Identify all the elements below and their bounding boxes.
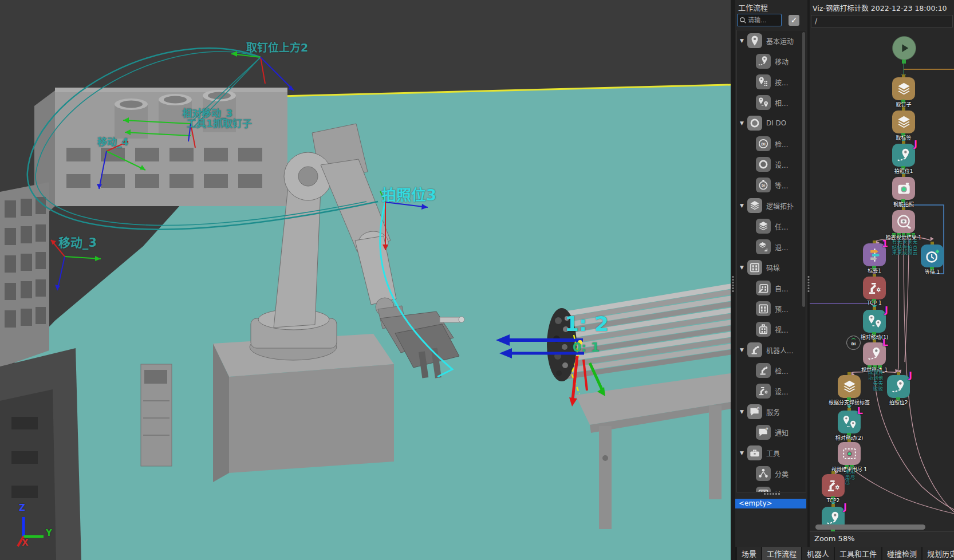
in-port[interactable] (847, 372, 851, 375)
out-port[interactable] (831, 496, 835, 500)
node-xiangduiyidong-1[interactable]: J相对移动(1) (863, 310, 886, 333)
tree-item-20-toolbox[interactable]: ▼工具 (737, 443, 806, 463)
axis-y-label[interactable]: Y (46, 529, 52, 538)
in-port[interactable] (873, 240, 876, 243)
tree-item-4-ring[interactable]: ▼DI DO (737, 113, 806, 133)
node-genju-fenzhi-hanjie-biaoqian[interactable]: 根据分支焊接标签 (838, 375, 861, 398)
in-port[interactable] (897, 372, 900, 375)
out-ports[interactable] (892, 233, 915, 237)
in-port[interactable] (831, 504, 835, 507)
node-xiangduiyidong-2[interactable]: L相对移动(2) (838, 411, 861, 433)
waypoint-paizhaowei3[interactable]: 拍照位3 (381, 188, 436, 203)
tab-2[interactable]: 机器人 (802, 547, 834, 560)
tree-item-15-robot[interactable]: ▼机器人... (737, 340, 806, 360)
tree-item-0-pin[interactable]: ▼基本运动 (737, 30, 806, 51)
in-port[interactable] (902, 74, 905, 77)
tree-item-1-pin-route[interactable]: 移动 (737, 51, 806, 72)
waypoint-yidong-4[interactable]: 移动_4 (97, 137, 128, 147)
node-jiancha-shijue-jieguo-1[interactable]: 检查视觉结果 1 (892, 210, 915, 233)
tree-item-10-layers-exit[interactable]: 退... (737, 236, 806, 257)
tree-item-8-layers[interactable]: ▼逻辑拓扑 (737, 195, 806, 216)
tab-0[interactable]: 场景 (737, 547, 761, 560)
count-ratio-label[interactable]: 1: 2 (565, 314, 609, 334)
node-paizhaowei1[interactable]: J拍照位1 (892, 144, 915, 167)
in-port[interactable] (902, 174, 905, 177)
breadcrumb[interactable]: / (811, 15, 953, 27)
selected-empty-item[interactable]: <empty> (735, 499, 806, 508)
waypoint-qudingwei-shangfang2[interactable]: 取钉位上方2 (246, 42, 308, 53)
node-biaoqian1[interactable]: 1标签1 (863, 243, 886, 266)
tab-5[interactable]: 规划历史 (923, 547, 954, 560)
collapse-triangle-icon[interactable]: ▼ (740, 265, 746, 270)
in-port[interactable] (902, 207, 905, 210)
out-port[interactable] (902, 60, 906, 64)
out-port[interactable] (872, 266, 876, 270)
out-ports[interactable] (838, 465, 861, 469)
workflow-graph-panel[interactable]: Viz-钢筋打标计数 2022-12-23 18:00:10 / (810, 0, 954, 547)
tree-resize-grip[interactable] (764, 493, 780, 495)
tree-item-3-pin-pair[interactable]: 相... (737, 92, 806, 113)
in-port[interactable] (902, 141, 905, 144)
tree-item-2-pin-grid[interactable]: 按... (737, 72, 806, 92)
node-shijue-jieguo-yongjin-1[interactable]: 视觉结果用尽 1 (838, 442, 861, 465)
waypoint-yidong-3[interactable]: 移动_3 (58, 237, 97, 249)
tab-1[interactable]: 工作流程 (762, 547, 801, 560)
out-ports[interactable] (863, 365, 886, 369)
in-port[interactable] (847, 408, 851, 411)
out-port[interactable] (847, 433, 851, 437)
out-port[interactable] (872, 299, 876, 303)
collapse-triangle-icon[interactable]: ▼ (740, 450, 746, 456)
tree-item-11-pallet[interactable]: ▼码垛 (737, 257, 806, 278)
in-port[interactable] (902, 108, 905, 111)
node-tcp-1[interactable]: TCP 1 (863, 277, 886, 299)
in-port[interactable] (873, 274, 876, 277)
tree-item-6-ring[interactable]: 设... (737, 154, 806, 175)
out-port[interactable] (901, 133, 905, 137)
node-paizhaowei2[interactable]: J拍照位2 (887, 375, 910, 398)
tab-3[interactable]: 工具和工件 (835, 547, 881, 560)
node-qubiaoqian[interactable]: 取标签 (892, 111, 915, 133)
tree-item-7-timer[interactable]: 等... (737, 175, 806, 195)
node-dengdai-1[interactable]: 等待 1 (921, 244, 944, 267)
axis-x-label[interactable]: X (22, 539, 29, 547)
out-port[interactable] (901, 100, 905, 104)
tree-item-21-classify[interactable]: 分类 (737, 463, 806, 484)
panel-divider-left[interactable] (731, 0, 735, 560)
tree-item-5-di[interactable]: 检... (737, 133, 806, 154)
out-port[interactable] (901, 166, 905, 170)
collapse-triangle-icon[interactable]: ▼ (740, 38, 746, 44)
search-input[interactable] (747, 16, 781, 25)
in-port[interactable] (931, 242, 934, 244)
waypoint-gongju1-zhuaqudingzi[interactable]: 工具1抓取钉子 (187, 119, 252, 129)
collapse-triangle-icon[interactable]: ▼ (740, 347, 746, 353)
3d-viewport[interactable]: 取钉位上方2相对移动_3工具1抓取钉子移动_4拍照位3移动_31: 20: 1Z… (0, 0, 731, 560)
tree-item-22-counter[interactable]: 计... (737, 484, 806, 492)
collapse-triangle-icon[interactable]: ▼ (740, 120, 746, 126)
tree-item-14-pallet-vision[interactable]: 视... (737, 319, 806, 340)
in-port[interactable] (847, 439, 851, 442)
count-sub-label[interactable]: 0: 1 (573, 341, 600, 354)
node-qudingzi[interactable]: 取钉子 (892, 77, 915, 100)
in-port[interactable] (873, 340, 876, 342)
node-shijueyidong-1[interactable]: L⌒DI视觉移动_1 (863, 342, 886, 365)
in-port[interactable] (873, 307, 876, 310)
collapse-triangle-icon[interactable]: ▼ (740, 203, 746, 208)
axis-z-label[interactable]: Z (19, 504, 25, 512)
in-port[interactable] (831, 471, 835, 474)
tree-item-16-robot[interactable]: 检... (737, 360, 806, 381)
graph-horizontal-scrollbar[interactable] (815, 524, 925, 530)
out-port[interactable] (930, 267, 934, 271)
out-port[interactable] (847, 397, 851, 401)
start-node-play-button[interactable] (892, 36, 916, 60)
out-port[interactable] (901, 199, 905, 203)
waypoint-xiangduiyidong-3[interactable]: 相对移动_3 (182, 109, 232, 119)
tab-4[interactable]: 碰撞检测 (882, 547, 921, 560)
collapse-triangle-icon[interactable]: ▼ (740, 409, 746, 415)
out-port[interactable] (896, 397, 900, 401)
tree-item-12-pallet-edit[interactable]: 自... (737, 278, 806, 298)
filter-checkbox[interactable]: ✓ (789, 15, 799, 26)
tree-item-13-pallet[interactable]: 预... (737, 298, 806, 319)
tree-item-19-chat[interactable]: 通知 (737, 422, 806, 443)
tree-item-9-layers[interactable]: 任... (737, 216, 806, 236)
step-search-box[interactable] (737, 14, 782, 26)
